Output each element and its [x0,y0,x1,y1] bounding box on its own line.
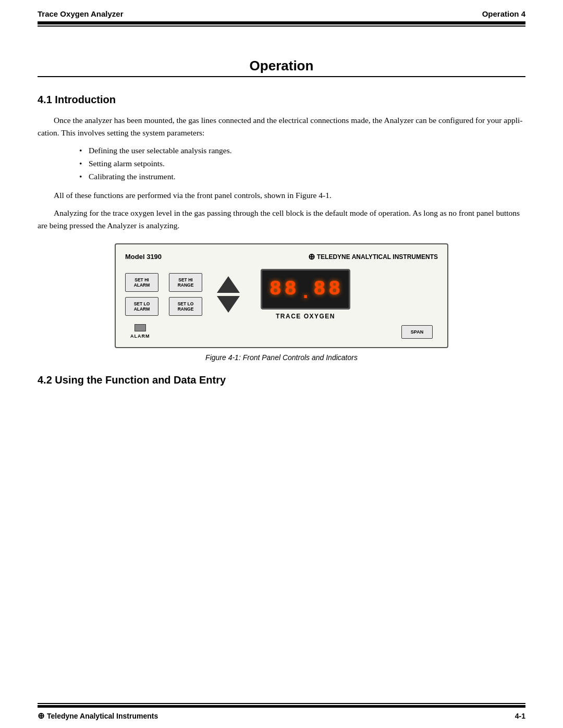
page-header: Trace Oxygen Analyzer Operation 4 [0,0,563,21]
instrument-panel: Model 3190 ⊕ TELEDYNE ANALYTICAL INSTRUM… [115,243,448,348]
intro-para1: Once the analyzer has been mounted, the … [38,114,525,139]
arrow-up-button[interactable] [217,276,240,293]
right-button-column: SET HIRANGE SET LORANGE [169,273,202,316]
bullet-item-1: Defining the user selectable analysis ra… [79,144,525,157]
intro-para3: Analyzing for the trace oxygen level in … [38,207,525,232]
seg-dot: . [300,283,312,303]
left-button-column: SET HIALARM SET LOALARM [125,273,158,316]
footer-brand: ⊕ Teledyne Analytical Instruments [38,711,158,721]
alarm-indicator: ALARM [130,324,150,339]
panel-header: Model 3190 ⊕ TELEDYNE ANALYTICAL INSTRUM… [125,252,438,262]
set-lo-range-label: SET LORANGE [178,301,194,312]
footer-arrow-icon: ⊕ [38,711,44,721]
panel-model-label: Model 3190 [125,253,162,261]
bullet-list: Defining the user selectable analysis ra… [79,144,525,183]
seg-digit-3: 8 [313,279,326,299]
section-title-underline [38,76,525,77]
figure-caption: Figure 4-1: Front Panel Controls and Ind… [205,353,358,362]
header-rule-thick [38,21,525,24]
footer-content: ⊕ Teledyne Analytical Instruments 4-1 [0,708,563,728]
panel-bottom: ALARM SPAN [125,324,438,339]
bullet-item-2: Setting alarm setpoints. [79,157,525,170]
seg-digit-4: 8 [328,279,341,299]
seven-seg-display: 8 8 . 8 8 [261,269,350,310]
seg-digit-2: 8 [285,279,298,299]
subsection-42-heading: 4.2 Using the Function and Data Entry [38,374,525,386]
header-left: Trace Oxygen Analyzer [38,9,124,18]
set-lo-range-button[interactable]: SET LORANGE [169,297,202,316]
arrow-buttons [217,276,240,313]
seg-digit-1: 8 [270,279,283,299]
panel-brand: ⊕ TELEDYNE ANALYTICAL INSTRUMENTS [308,252,438,262]
bullet-item-3: Calibrating the instrument. [79,170,525,183]
span-label: SPAN [411,329,423,335]
arrow-down-button[interactable] [217,296,240,313]
panel-controls: SET HIALARM SET LOALARM SET HIRANGE SET … [125,269,438,320]
footer-rule-thin [38,703,525,704]
brand-name: TELEDYNE ANALYTICAL INSTRUMENTS [317,253,438,261]
footer-brand-name: Teledyne Analytical Instruments [47,712,158,720]
brand-arrow-icon: ⊕ [308,252,315,262]
intro-para2: All of these functions are performed via… [38,189,525,202]
page-footer: ⊕ Teledyne Analytical Instruments 4-1 [0,703,563,728]
subsection-41-heading: 4.1 Introduction [38,94,525,106]
set-lo-alarm-label: SET LOALARM [134,301,150,312]
set-lo-alarm-button[interactable]: SET LOALARM [125,297,158,316]
display-area: 8 8 . 8 8 TRACE OXYGEN [261,269,350,320]
set-hi-range-button[interactable]: SET HIRANGE [169,273,202,292]
section-title: Operation [38,58,525,74]
alarm-light [134,324,146,331]
set-hi-range-label: SET HIRANGE [178,277,194,288]
trace-oxygen-label: TRACE OXYGEN [276,313,335,320]
alarm-text: ALARM [130,334,150,339]
main-content: Operation 4.1 Introduction Once the anal… [0,27,563,436]
span-button[interactable]: SPAN [401,325,433,339]
figure-container: Model 3190 ⊕ TELEDYNE ANALYTICAL INSTRUM… [38,243,525,362]
footer-page-number: 4-1 [515,712,525,720]
set-hi-alarm-button[interactable]: SET HIALARM [125,273,158,292]
set-hi-alarm-label: SET HIALARM [134,277,150,288]
header-right: Operation 4 [482,9,525,18]
